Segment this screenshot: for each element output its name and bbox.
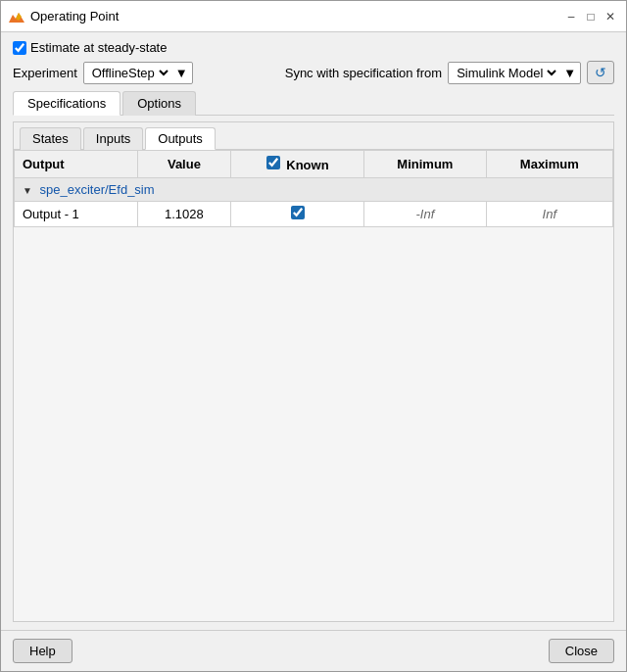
sync-select[interactable]: Simulink Model — [453, 65, 559, 81]
experiment-label: Experiment — [13, 66, 77, 80]
experiment-dropdown[interactable]: OfflineStep ▼ — [83, 62, 193, 84]
estimate-checkbox-label[interactable]: Estimate at steady-state — [13, 40, 167, 55]
table-header-row: Output Value Known Minimum Maximum — [15, 151, 613, 178]
footer: Help Close — [1, 630, 626, 671]
refresh-icon: ↺ — [595, 65, 606, 80]
col-value: Value — [137, 151, 230, 178]
cell-minimum: -Inf — [364, 202, 486, 227]
sync-dropdown[interactable]: Simulink Model ▼ — [448, 62, 581, 84]
tab-outputs[interactable]: Outputs — [145, 127, 216, 150]
inner-tabs: States Inputs Outputs — [14, 122, 613, 150]
window-controls: – □ ✕ — [563, 9, 618, 24]
col-maximum: Maximum — [486, 151, 612, 178]
operating-point-window: Operating Point – □ ✕ Estimate at steady… — [0, 0, 627, 672]
col-known-label: Known — [286, 158, 328, 172]
estimate-checkbox[interactable] — [13, 41, 26, 55]
tab-options[interactable]: Options — [122, 91, 196, 116]
sync-dropdown-arrow-icon: ▼ — [563, 66, 576, 80]
tab-states-label: States — [32, 131, 69, 146]
tab-options-label: Options — [137, 96, 181, 111]
maximize-button[interactable]: □ — [583, 9, 599, 24]
cell-known[interactable] — [231, 202, 364, 227]
tab-inputs-label: Inputs — [96, 131, 130, 146]
tab-specifications[interactable]: Specifications — [13, 91, 121, 116]
experiment-select[interactable]: OfflineStep — [88, 65, 171, 81]
title-bar: Operating Point – □ ✕ — [1, 1, 626, 32]
table-group-row: ▼ spe_exciter/Efd_sim — [15, 178, 613, 202]
experiment-section: Experiment OfflineStep ▼ — [13, 62, 193, 84]
collapse-triangle-icon[interactable]: ▼ — [23, 185, 32, 196]
col-known: Known — [231, 151, 364, 178]
cell-output-name: Output - 1 — [15, 202, 138, 227]
close-button[interactable]: Close — [549, 639, 614, 663]
col-output: Output — [15, 151, 138, 178]
help-button[interactable]: Help — [13, 639, 72, 663]
group-link[interactable]: spe_exciter/Efd_sim — [40, 182, 155, 197]
refresh-button[interactable]: ↺ — [587, 61, 614, 84]
left-section: Estimate at steady-state — [13, 40, 167, 55]
window-title: Operating Point — [30, 9, 563, 24]
tab-outputs-label: Outputs — [158, 131, 203, 146]
experiment-sync-row: Experiment OfflineStep ▼ Sync with speci… — [13, 61, 614, 84]
content-area: Estimate at steady-state Experiment Offl… — [1, 32, 626, 630]
table-row: Output - 1 1.1028 -Inf Inf — [15, 202, 613, 227]
tab-states[interactable]: States — [20, 127, 81, 150]
cell-maximum: Inf — [486, 202, 612, 227]
close-window-button[interactable]: ✕ — [603, 9, 618, 24]
outer-tabs: Specifications Options — [13, 90, 614, 116]
dropdown-arrow-icon: ▼ — [175, 66, 188, 80]
outputs-table: Output Value Known Minimum Maximum — [14, 150, 613, 227]
cell-value[interactable]: 1.1028 — [137, 202, 230, 227]
sync-section: Sync with specification from Simulink Mo… — [285, 61, 614, 84]
known-header-checkbox[interactable] — [266, 156, 280, 169]
estimate-label: Estimate at steady-state — [30, 40, 167, 55]
tab-specifications-label: Specifications — [27, 96, 106, 111]
sync-label: Sync with specification from — [285, 66, 442, 80]
top-row: Estimate at steady-state — [13, 40, 614, 55]
specifications-panel: States Inputs Outputs Output Value — [13, 121, 614, 622]
group-cell: ▼ spe_exciter/Efd_sim — [15, 178, 613, 202]
matlab-icon — [9, 9, 24, 24]
table-area: Output Value Known Minimum Maximum — [14, 150, 613, 621]
minimize-button[interactable]: – — [563, 9, 579, 24]
tab-inputs[interactable]: Inputs — [83, 127, 143, 150]
known-checkbox[interactable] — [291, 206, 305, 219]
col-minimum: Minimum — [364, 151, 486, 178]
